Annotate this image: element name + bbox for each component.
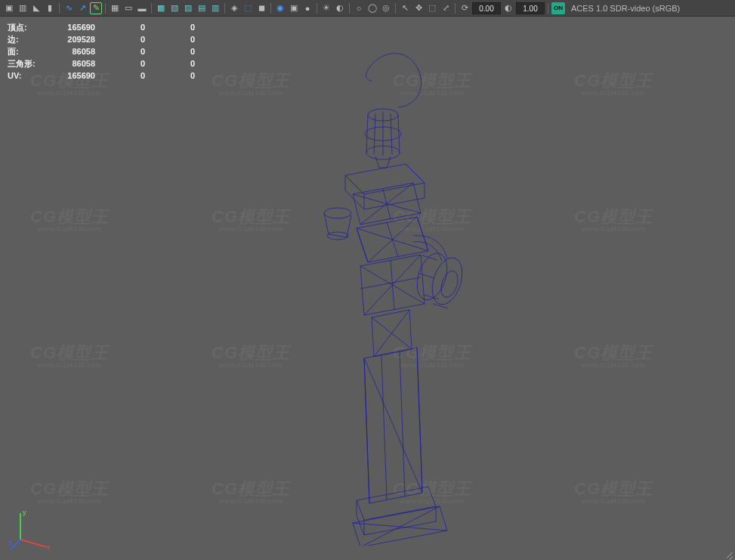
- film-icon[interactable]: ▥: [17, 2, 29, 14]
- svg-line-9: [406, 164, 425, 183]
- svg-line-19: [387, 222, 398, 257]
- stats-row-faces: 面: 86058 0 0: [8, 45, 196, 57]
- separator: [317, 3, 317, 14]
- separator: [270, 3, 271, 14]
- svg-line-2: [366, 115, 368, 153]
- svg-line-23: [419, 274, 434, 278]
- stats-label: UV:: [8, 71, 45, 80]
- shading-1-icon[interactable]: ▩: [155, 2, 167, 14]
- stats-label: 三角形:: [8, 58, 45, 70]
- sphere-icon[interactable]: ●: [301, 2, 313, 14]
- stats-label: 边:: [8, 34, 45, 45]
- stats-value: 0: [145, 23, 195, 32]
- svg-point-26: [437, 268, 460, 299]
- sphere-tool-icon[interactable]: ◯: [366, 2, 378, 14]
- curve-tool-icon[interactable]: ∿: [63, 2, 75, 14]
- viewport-toolbar: ▣ ▥ ◣ ▮ ∿ ↗ ✎ ▦ ▭ ▬ ▩ ▧ ▨ ▤ ▥ ◈ ⬚ ◼ ◉ ▣ …: [0, 0, 735, 17]
- xray-icon[interactable]: ◎: [380, 2, 392, 14]
- stats-value: 0: [145, 71, 195, 80]
- stats-row-tris: 三角形: 86058 0 0: [8, 57, 196, 70]
- axis-y-label: y: [23, 509, 26, 516]
- separator: [349, 3, 350, 14]
- separator: [455, 3, 456, 14]
- stats-value: 0: [95, 71, 145, 80]
- gamma-icon[interactable]: ◐: [502, 2, 514, 14]
- cube-wire-icon[interactable]: ⬚: [242, 2, 254, 14]
- svg-line-5: [391, 113, 392, 154]
- svg-line-3: [374, 113, 375, 154]
- stats-value: 165690: [45, 71, 95, 80]
- axis-z-label: z: [9, 539, 13, 546]
- svg-line-37: [364, 358, 422, 493]
- separator: [105, 3, 106, 14]
- globe-icon[interactable]: ◉: [274, 2, 286, 14]
- stats-label: 面:: [8, 46, 45, 57]
- cube-shaded-icon[interactable]: ▣: [288, 2, 300, 14]
- image-plane-icon[interactable]: ▬: [136, 2, 148, 14]
- shading-3-icon[interactable]: ▨: [182, 2, 194, 14]
- separator: [548, 3, 548, 14]
- stats-value: 0: [95, 59, 145, 68]
- point-tool-icon[interactable]: ↗: [76, 2, 88, 14]
- stats-value: 0: [145, 35, 195, 44]
- svg-line-30: [391, 260, 394, 310]
- expand-icon[interactable]: ⤢: [440, 2, 452, 14]
- separator: [224, 3, 225, 14]
- svg-line-33: [364, 358, 369, 503]
- exposure-field[interactable]: 0.00: [472, 2, 501, 14]
- poly-stats-panel: 顶点: 165690 0 0 边: 209528 0 0 面: 86058 0 …: [8, 21, 196, 82]
- color-space-label[interactable]: ACES 1.0 SDR-video (sRGB): [571, 4, 680, 13]
- flag-icon[interactable]: ▮: [44, 2, 56, 14]
- svg-line-32: [374, 310, 409, 357]
- stats-row-edges: 边: 209528 0 0: [8, 33, 196, 45]
- svg-line-15: [357, 228, 368, 262]
- svg-line-41: [20, 540, 47, 547]
- svg-point-13: [324, 208, 351, 218]
- stats-value: 0: [95, 35, 145, 44]
- shading-2-icon[interactable]: ▧: [168, 2, 181, 14]
- stats-row-uvs: UV: 165690 0 0: [8, 70, 196, 82]
- grid-icon[interactable]: ▦: [109, 2, 121, 14]
- viewport[interactable]: 顶点: 165690 0 0 边: 209528 0 0 面: 86058 0 …: [0, 17, 735, 560]
- svg-line-6: [398, 115, 400, 153]
- svg-line-36: [400, 351, 405, 497]
- shading-4-icon[interactable]: ▤: [196, 2, 208, 14]
- rect-icon[interactable]: ▭: [122, 2, 134, 14]
- svg-line-35: [381, 355, 387, 500]
- svg-point-20: [426, 254, 467, 308]
- shading-5-icon[interactable]: ▥: [209, 2, 221, 14]
- refresh-icon[interactable]: ⟳: [459, 2, 471, 14]
- select-arrow-icon[interactable]: ↖: [399, 2, 411, 14]
- axis-gizmo[interactable]: y x z: [9, 506, 54, 551]
- svg-line-8: [345, 175, 364, 194]
- camera-icon[interactable]: ▣: [3, 2, 15, 14]
- stats-value: 209528: [45, 35, 95, 44]
- circle-tool-icon[interactable]: ○: [353, 2, 365, 14]
- stats-value: 0: [95, 47, 145, 56]
- stats-value: 0: [145, 47, 195, 56]
- color-mgmt-toggle[interactable]: ON: [551, 2, 565, 14]
- separator: [59, 3, 60, 14]
- stats-label: 顶点:: [8, 22, 45, 33]
- stats-value: 86058: [45, 47, 95, 56]
- bookmark-icon[interactable]: ◣: [30, 2, 42, 14]
- wireframe-model[interactable]: [232, 32, 504, 546]
- separator: [395, 3, 396, 14]
- stats-value: 165690: [45, 23, 95, 32]
- resize-handle-icon[interactable]: [723, 548, 733, 558]
- move-icon[interactable]: ✥: [412, 2, 425, 14]
- frame-icon[interactable]: ⬚: [426, 2, 438, 14]
- gamma-field[interactable]: 1.00: [516, 2, 545, 14]
- stats-value: 0: [145, 59, 195, 68]
- light-icon[interactable]: ☀: [320, 2, 332, 14]
- svg-line-16: [417, 217, 428, 251]
- stats-value: 86058: [45, 59, 95, 68]
- stats-row-verts: 顶点: 165690 0 0: [8, 21, 196, 33]
- isolate-icon[interactable]: ◈: [228, 2, 240, 14]
- shadow-icon[interactable]: ◐: [334, 2, 346, 14]
- svg-line-12: [383, 189, 391, 219]
- cube-solid-icon[interactable]: ◼: [255, 2, 267, 14]
- pencil-tool-icon[interactable]: ✎: [90, 2, 102, 14]
- svg-line-34: [417, 348, 422, 493]
- stats-value: 0: [95, 23, 145, 32]
